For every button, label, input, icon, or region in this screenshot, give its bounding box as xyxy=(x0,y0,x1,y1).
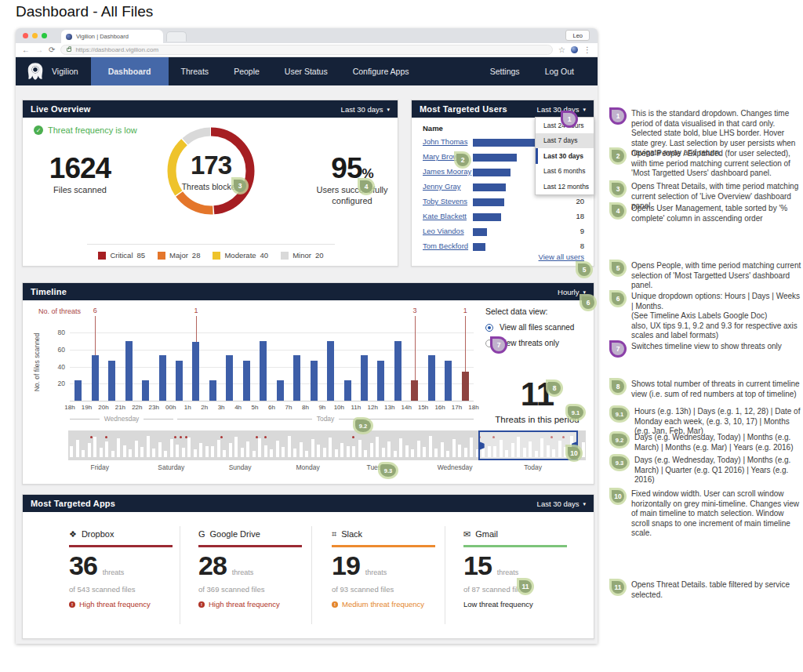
app-header[interactable]: GGoogle Drive xyxy=(198,529,316,539)
legend-item-moderate: Moderate40 xyxy=(213,251,268,260)
ux-note-badge-4: 4 xyxy=(360,180,372,193)
ux-note-badge-8: 8 xyxy=(548,382,561,394)
nav-brand[interactable]: Vigilion xyxy=(52,57,91,85)
forward-icon[interactable]: → xyxy=(35,46,43,54)
timeline-bar xyxy=(462,372,469,401)
browser-menu-icon[interactable]: ⋮ xyxy=(583,46,591,54)
nav-item-configure-apps[interactable]: Configure Apps xyxy=(340,57,422,85)
annotation-text: Opens People / Expanded (for user select… xyxy=(631,149,803,179)
back-icon[interactable]: ← xyxy=(22,46,30,54)
mini-bar xyxy=(464,448,467,457)
users-configured-metric[interactable]: 95% Users successfully configured xyxy=(311,152,393,207)
zoom-window-button[interactable] xyxy=(42,33,47,38)
mini-bar xyxy=(288,436,291,457)
extension-icon[interactable] xyxy=(571,46,578,53)
user-link[interactable]: John Thomas xyxy=(423,137,467,146)
radio-selected-icon[interactable] xyxy=(485,324,493,332)
nav-item-settings[interactable]: Settings xyxy=(478,57,532,85)
nav-item-user-status[interactable]: User Status xyxy=(272,57,340,85)
y-tick-label: 40 xyxy=(49,363,65,371)
app-frequency: !High threat frequency xyxy=(69,600,187,608)
nav-item-log-out[interactable]: Log Out xyxy=(532,57,587,85)
app-threats-metric[interactable]: 19threats xyxy=(332,552,449,579)
app-header[interactable]: ⌗Slack xyxy=(332,529,449,539)
timeline-bar xyxy=(92,355,99,401)
view-all-users-link[interactable]: View all users xyxy=(539,252,584,261)
dropdown-option-last-30-days[interactable]: Last 30 days xyxy=(536,148,594,164)
user-threat-count: 8 xyxy=(580,242,584,250)
app-header[interactable]: ❖Dropbox xyxy=(69,529,187,539)
threat-marker-line xyxy=(465,316,466,372)
dropdown-option-last-6-months[interactable]: Last 6 months xyxy=(536,164,594,180)
mini-bar xyxy=(205,446,209,457)
ux-note-badge-9.1: 9.1 xyxy=(568,406,583,419)
browser-profile-chip[interactable]: Leo xyxy=(565,30,590,41)
app-threats-metric[interactable]: 15threats xyxy=(463,552,581,579)
mini-bar xyxy=(434,449,438,457)
mini-bar xyxy=(152,449,155,457)
ux-note-badge-6: 6 xyxy=(582,296,594,309)
timeline-bar xyxy=(411,380,418,401)
minimize-window-button[interactable] xyxy=(32,33,38,38)
mini-bar xyxy=(135,441,138,457)
nav-item-threats[interactable]: Threats xyxy=(169,57,222,85)
threats-blocked-metric[interactable]: 173 Threats blocked xyxy=(162,122,260,220)
bookmark-star-icon[interactable]: ☆ xyxy=(558,46,565,54)
timeline-bar xyxy=(311,361,318,401)
app-header[interactable]: ✉Gmail xyxy=(463,529,581,539)
x-tick-label: 9h xyxy=(318,404,325,411)
mini-bar xyxy=(170,439,173,457)
page-title: Dashboard - All Files xyxy=(16,3,153,20)
frequency-alert-icon: ! xyxy=(198,601,205,608)
apps-period-dropdown[interactable]: Last 30 days ▾ xyxy=(537,499,586,508)
card-title: Live Overview xyxy=(31,104,91,114)
x-tick-label: 21h xyxy=(115,404,125,411)
timeline-bar xyxy=(125,341,133,401)
ux-note-badge-2: 2 xyxy=(456,154,469,166)
x-tick-label: 19h xyxy=(82,404,92,411)
nav-item-dashboard[interactable]: Dashboard xyxy=(91,57,169,85)
address-field[interactable]: https://dashboard.vigilion.com xyxy=(60,45,553,55)
mini-bar xyxy=(329,438,332,457)
x-tick-label: 6h xyxy=(268,404,275,411)
dropbox-icon: ❖ xyxy=(69,530,77,539)
ux-note-badge-1: 1 xyxy=(563,113,576,125)
reload-icon[interactable]: ⟳ xyxy=(49,46,55,54)
caret-down-icon: ▾ xyxy=(583,107,586,112)
mini-timeline-window[interactable] xyxy=(478,430,578,460)
dropdown-option-last-12-months[interactable]: Last 12 months xyxy=(536,179,594,194)
mini-bar xyxy=(241,448,244,457)
user-link[interactable]: Tom Beckford xyxy=(423,242,468,250)
user-link[interactable]: Jenny Gray xyxy=(423,182,461,191)
user-link[interactable]: Toby Stevens xyxy=(423,197,467,205)
browser-tab[interactable]: Vigilion | Dashboard xyxy=(61,30,163,43)
new-tab-button[interactable] xyxy=(166,31,187,42)
user-link[interactable]: Leo Viandos xyxy=(423,227,464,235)
close-window-button[interactable] xyxy=(23,33,28,38)
nav-item-people[interactable]: People xyxy=(221,57,272,85)
frequency-alert-icon: ! xyxy=(332,601,338,608)
x-tick-label: 18h xyxy=(64,404,74,411)
legend-value: 28 xyxy=(192,251,201,260)
users-period-dropdown[interactable]: Last 30 days ▾ xyxy=(537,105,586,114)
app-threat-count: 36 xyxy=(69,552,97,579)
live-overview-period-dropdown[interactable]: Last 30 days ▾ xyxy=(341,105,390,114)
user-link[interactable]: Kate Blackett xyxy=(423,212,467,220)
dropdown-option-last-7-days[interactable]: Last 7 days xyxy=(536,133,594,149)
mini-bar xyxy=(405,445,409,457)
legend-item-minor: Minor20 xyxy=(281,251,323,260)
mini-bar xyxy=(323,448,326,457)
legend-item-major: Major28 xyxy=(158,251,200,260)
timeline-scale-dropdown[interactable]: Hourly ▾ xyxy=(558,288,586,296)
frequency-alert-icon: ! xyxy=(69,601,75,608)
timeline-bar xyxy=(293,355,300,401)
radio-view-all-files-scanned[interactable]: View all files scanned xyxy=(485,323,589,332)
app-threats-metric[interactable]: 36threats xyxy=(69,552,187,579)
user-link[interactable]: James Mooray xyxy=(423,167,471,176)
ux-note-badge-9.2: 9.2 xyxy=(355,420,371,432)
app-threats-metric[interactable]: 28threats xyxy=(198,552,316,579)
annotation-2: 2Opens People / Expanded (for user selec… xyxy=(612,149,803,179)
annotation-badge-6: 6 xyxy=(612,292,624,305)
window-left-handle-icon[interactable] xyxy=(479,441,485,450)
mini-bar xyxy=(229,443,232,457)
